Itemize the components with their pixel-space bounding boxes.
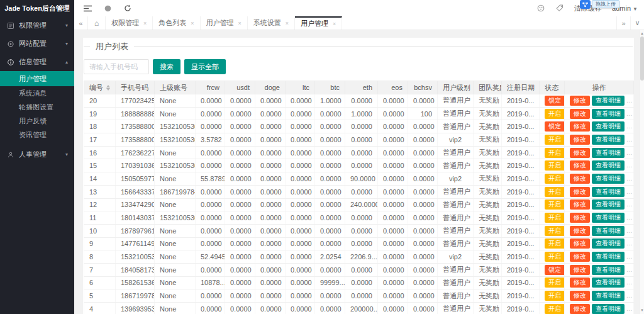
sidebar-item-0[interactable]: 权限管理▾: [0, 16, 74, 35]
status-toggle-button[interactable]: 开启: [545, 187, 565, 197]
modify-button[interactable]: 修改: [570, 199, 590, 210]
status-toggle-button[interactable]: 开启: [545, 238, 565, 249]
status-toggle-button[interactable]: 开启: [545, 278, 565, 288]
col-header-1[interactable]: 手机号码: [116, 81, 155, 94]
view-detail-button[interactable]: 查看明细: [592, 213, 625, 223]
col-header-13[interactable]: 注册日期: [502, 81, 540, 94]
tab-close-icon[interactable]: ×: [333, 21, 336, 27]
sort-icon[interactable]: [106, 85, 110, 91]
col-header-11[interactable]: 用户级别: [438, 81, 474, 94]
col-header-14[interactable]: 状态: [540, 81, 565, 94]
sidebar-item-1[interactable]: 网站配置▾: [0, 35, 74, 53]
home-tab-icon[interactable]: ⌂: [88, 16, 106, 30]
modify-button[interactable]: 修改: [570, 304, 590, 314]
sidebar-subitem-用户管理[interactable]: 用户管理: [0, 71, 74, 86]
view-detail-button[interactable]: 查看明细: [592, 252, 625, 262]
view-detail-button[interactable]: 查看明细: [592, 291, 625, 301]
col-header-4[interactable]: usdt: [225, 81, 255, 94]
col-header-12[interactable]: 团队奖励: [474, 81, 502, 94]
tab-close-icon[interactable]: ×: [238, 20, 242, 26]
col-header-15[interactable]: 操作: [565, 81, 634, 94]
status-toggle-button[interactable]: 开启: [545, 109, 565, 119]
search-button[interactable]: 搜索: [153, 59, 180, 74]
view-detail-button[interactable]: 查看明细: [592, 238, 625, 249]
tag-icon[interactable]: [555, 4, 564, 13]
sidebar-subitem-用户反馈[interactable]: 用户反馈: [0, 114, 74, 128]
view-detail-button[interactable]: 查看明细: [592, 278, 625, 288]
modify-button[interactable]: 修改: [570, 187, 590, 197]
modify-button[interactable]: 修改: [570, 226, 590, 236]
view-detail-button[interactable]: 查看明细: [592, 160, 625, 171]
modify-button[interactable]: 修改: [570, 278, 590, 288]
status-toggle-button[interactable]: 开启: [545, 174, 565, 184]
tab-0[interactable]: 权限管理×: [106, 16, 153, 30]
status-toggle-button[interactable]: 开启: [545, 135, 565, 145]
view-detail-button[interactable]: 查看明细: [592, 187, 625, 197]
modify-button[interactable]: 修改: [570, 265, 590, 275]
modify-button[interactable]: 修改: [570, 160, 590, 171]
view-detail-button[interactable]: 查看明细: [592, 135, 625, 145]
scroll-thumb[interactable]: [640, 36, 644, 81]
show-all-button[interactable]: 显示全部: [184, 59, 226, 74]
sidebar-subitem-系统消息[interactable]: 系统消息: [0, 86, 74, 100]
col-header-0[interactable]: 编号: [84, 81, 116, 94]
modify-button[interactable]: 修改: [570, 252, 590, 262]
collapse-menu-icon[interactable]: [83, 4, 92, 13]
modify-button[interactable]: 修改: [570, 135, 590, 145]
tabs-menu-icon[interactable]: ∨: [630, 16, 644, 30]
modify-button[interactable]: 修改: [570, 109, 590, 119]
tabs-scroll-left-icon[interactable]: «: [74, 16, 88, 30]
view-detail-button[interactable]: 查看明细: [592, 199, 625, 210]
col-header-6[interactable]: ltc: [286, 81, 315, 94]
view-detail-button[interactable]: 查看明细: [592, 226, 625, 236]
view-detail-button[interactable]: 查看明细: [592, 148, 625, 158]
tab-1[interactable]: 角色列表×: [153, 16, 200, 30]
tab-close-icon[interactable]: ×: [143, 20, 147, 26]
status-toggle-button[interactable]: 锁定: [545, 121, 565, 132]
tab-close-icon[interactable]: ×: [286, 20, 289, 26]
modify-button[interactable]: 修改: [570, 121, 590, 132]
tab-3[interactable]: 系统设置×: [248, 16, 295, 30]
tab-close-icon[interactable]: ×: [191, 20, 194, 26]
tabs-scroll-right-icon[interactable]: »: [616, 16, 630, 30]
status-toggle-button[interactable]: 锁定: [545, 265, 565, 275]
modify-button[interactable]: 修改: [570, 291, 590, 301]
status-toggle-button[interactable]: 开启: [545, 160, 565, 171]
status-toggle-button[interactable]: 锁定: [545, 96, 565, 106]
view-detail-button[interactable]: 查看明细: [592, 109, 625, 119]
col-header-5[interactable]: doge: [255, 81, 286, 94]
status-toggle-button[interactable]: 开启: [545, 291, 565, 301]
scroll-down-icon[interactable]: ▼: [640, 308, 644, 313]
view-detail-button[interactable]: 查看明细: [592, 265, 625, 275]
col-header-10[interactable]: bchsv: [408, 81, 438, 94]
col-header-3[interactable]: frcw: [196, 81, 225, 94]
modify-button[interactable]: 修改: [570, 174, 590, 184]
modify-button[interactable]: 修改: [570, 96, 590, 106]
col-header-7[interactable]: btc: [315, 81, 345, 94]
site-icon[interactable]: [103, 4, 112, 13]
sidebar-subitem-资讯管理[interactable]: 资讯管理: [0, 128, 74, 142]
status-toggle-button[interactable]: 开启: [545, 148, 565, 158]
extension-badge-icon[interactable]: [580, 0, 591, 9]
status-toggle-button[interactable]: 开启: [545, 226, 565, 236]
col-header-9[interactable]: eos: [378, 81, 408, 94]
modify-button[interactable]: 修改: [570, 238, 590, 249]
page-scrollbar[interactable]: ▲ ▼: [639, 30, 644, 314]
col-header-8[interactable]: eth: [345, 81, 378, 94]
scroll-up-icon[interactable]: ▲: [640, 31, 644, 36]
view-detail-button[interactable]: 查看明细: [592, 96, 625, 106]
col-header-2[interactable]: 上级账号: [155, 81, 196, 94]
status-toggle-button[interactable]: 开启: [545, 304, 565, 314]
tab-2[interactable]: 用户管理×: [201, 16, 248, 30]
refresh-icon[interactable]: [123, 4, 132, 13]
status-toggle-button[interactable]: 开启: [545, 213, 565, 223]
status-toggle-button[interactable]: 开启: [545, 252, 565, 262]
modify-button[interactable]: 修改: [570, 148, 590, 158]
status-toggle-button[interactable]: 开启: [545, 199, 565, 210]
tab-4-active[interactable]: 用户管理×: [295, 16, 342, 30]
view-detail-button[interactable]: 查看明细: [592, 304, 625, 314]
sidebar-subitem-轮播图设置[interactable]: 轮播图设置: [0, 100, 74, 114]
sidebar-item-3[interactable]: 人事管理▾: [0, 145, 74, 164]
view-detail-button[interactable]: 查看明细: [592, 174, 625, 184]
modify-button[interactable]: 修改: [570, 213, 590, 223]
